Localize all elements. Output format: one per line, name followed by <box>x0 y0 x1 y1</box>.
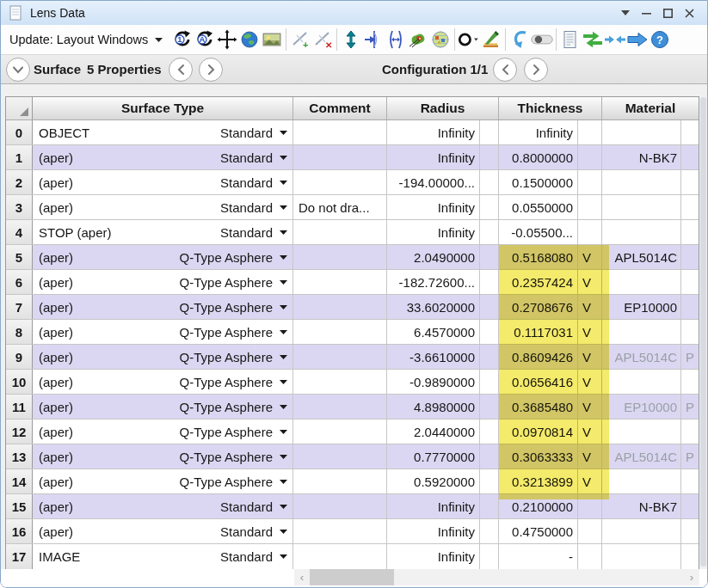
surface-type-cell[interactable]: (aper) Standard <box>33 145 293 169</box>
thickness-cell[interactable]: 0.5168080 <box>499 245 578 269</box>
thickness-cell[interactable]: 0.8609426 <box>499 345 578 369</box>
material-cell[interactable] <box>602 370 681 394</box>
material-solve-cell[interactable] <box>681 220 699 244</box>
thickness-cell[interactable]: 0.0550000 <box>499 195 578 219</box>
dropdown-arrow-icon[interactable] <box>280 181 287 185</box>
column-header-surface-type[interactable]: Surface Type <box>33 97 293 119</box>
surface-type-cell[interactable]: (aper) Standard <box>33 195 293 219</box>
thickness-solve-cell[interactable] <box>578 220 602 244</box>
radius-cell[interactable]: Infinity <box>387 544 480 569</box>
comment-cell[interactable] <box>293 420 387 444</box>
material-solve-cell[interactable]: P <box>681 345 699 369</box>
radius-cell[interactable]: -182.72600... <box>387 270 480 294</box>
comment-cell[interactable]: Do not dra... <box>293 195 387 219</box>
dropdown-arrow-icon[interactable] <box>280 355 287 359</box>
material-cell[interactable]: APL5014C <box>602 245 681 269</box>
help-icon[interactable]: ? <box>649 28 671 51</box>
next-surface-button[interactable] <box>199 58 223 82</box>
surface-type-cell[interactable]: (aper) Q-Type Asphere <box>33 420 293 444</box>
thickness-cell[interactable]: 0.3685480 <box>499 395 578 419</box>
comment-cell[interactable] <box>293 245 387 269</box>
image-icon[interactable] <box>261 28 283 51</box>
dropdown-arrow-icon[interactable] <box>280 480 287 484</box>
surface-normal-icon[interactable] <box>362 28 385 51</box>
radius-cell[interactable]: Infinity <box>387 494 480 518</box>
tilt-decenter-icon[interactable] <box>340 28 362 51</box>
dropdown-arrow-icon[interactable] <box>280 380 287 384</box>
radius-solve-cell[interactable] <box>480 170 499 194</box>
row-number[interactable]: 3 <box>6 195 33 219</box>
title-bar[interactable]: Lens Data <box>1 1 707 25</box>
surface-type-cell[interactable]: (aper) Q-Type Asphere <box>33 320 293 344</box>
material-cell[interactable] <box>602 519 681 543</box>
material-solve-cell[interactable] <box>681 420 699 444</box>
material-solve-cell[interactable] <box>681 494 699 518</box>
minimize-button[interactable] <box>636 3 657 22</box>
window-menu-button[interactable] <box>614 3 636 22</box>
thickness-cell[interactable]: 0.2708676 <box>499 295 578 319</box>
radius-cell[interactable]: Infinity <box>387 195 480 219</box>
row-number[interactable]: 14 <box>6 469 33 493</box>
dropdown-arrow-icon[interactable] <box>280 530 287 534</box>
thickness-solve-cell[interactable]: V <box>578 395 602 419</box>
surface-type-cell[interactable]: (aper) Q-Type Asphere <box>33 345 293 369</box>
dropdown-arrow-icon[interactable] <box>280 131 287 135</box>
vertical-scrollbar-thumb[interactable] <box>700 97 706 567</box>
radius-cell[interactable]: 4.8980000 <box>387 395 480 419</box>
thickness-solve-cell[interactable]: V <box>578 245 602 269</box>
comment-cell[interactable] <box>293 519 387 543</box>
comment-cell[interactable] <box>293 120 387 144</box>
delete-line-icon[interactable]: ✕ <box>311 28 334 51</box>
row-number[interactable]: 7 <box>6 295 33 319</box>
draw-brush-icon[interactable] <box>480 28 502 51</box>
row-number[interactable]: 10 <box>6 370 33 394</box>
radius-solve-cell[interactable] <box>480 494 499 518</box>
material-cell[interactable] <box>602 544 681 569</box>
aperture-icon[interactable] <box>458 28 480 51</box>
undo-arrow-icon[interactable] <box>508 28 531 51</box>
update-rotate-all-icon[interactable]: A <box>194 28 216 51</box>
globe-icon[interactable] <box>238 28 261 51</box>
material-solve-cell[interactable] <box>681 145 699 169</box>
radius-cell[interactable]: -0.9890000 <box>387 370 480 394</box>
material-cell[interactable]: EP10000 <box>602 295 681 319</box>
comment-cell[interactable] <box>293 145 387 169</box>
dropdown-arrow-icon[interactable] <box>280 156 287 160</box>
thickness-cell[interactable]: - <box>499 544 578 569</box>
column-header-comment[interactable]: Comment <box>293 97 387 119</box>
material-cell[interactable]: EP10000 <box>602 395 681 419</box>
row-number[interactable]: 2 <box>6 170 33 194</box>
thickness-solve-cell[interactable] <box>578 145 602 169</box>
surface-type-cell[interactable]: (aper) Q-Type Asphere <box>33 370 293 394</box>
comment-cell[interactable] <box>293 220 387 244</box>
comment-cell[interactable] <box>293 345 387 369</box>
material-solve-cell[interactable]: P <box>681 444 699 469</box>
surface-type-cell[interactable]: OBJECT Standard <box>33 120 293 144</box>
lens-arrows-icon[interactable] <box>385 28 407 51</box>
thickness-solve-cell[interactable] <box>578 519 602 543</box>
radius-solve-cell[interactable] <box>480 245 499 269</box>
material-solve-cell[interactable] <box>681 245 699 269</box>
radius-solve-cell[interactable] <box>480 444 499 469</box>
thickness-solve-cell[interactable]: V <box>578 295 602 319</box>
toggle-icon[interactable] <box>531 28 553 51</box>
thickness-solve-cell[interactable]: V <box>578 270 602 294</box>
radius-cell[interactable]: Infinity <box>387 519 480 543</box>
dropdown-arrow-icon[interactable] <box>280 405 287 409</box>
horizontal-scrollbar-thumb[interactable] <box>310 569 394 585</box>
material-cell[interactable] <box>602 420 681 444</box>
spot-diagram-icon[interactable] <box>407 28 429 51</box>
surface-type-cell[interactable]: (aper) Q-Type Asphere <box>33 469 293 493</box>
dropdown-arrow-icon[interactable] <box>280 280 287 285</box>
row-number[interactable]: 6 <box>6 270 33 294</box>
thickness-cell[interactable]: 0.8000000 <box>499 145 578 169</box>
radius-solve-cell[interactable] <box>480 220 499 244</box>
thickness-solve-cell[interactable]: V <box>578 469 602 493</box>
radius-solve-cell[interactable] <box>480 370 499 394</box>
thickness-cell[interactable]: 0.3213899 <box>499 469 578 493</box>
radius-solve-cell[interactable] <box>480 345 499 369</box>
radius-cell[interactable]: -3.6610000 <box>387 345 480 369</box>
radius-solve-cell[interactable] <box>480 544 499 569</box>
dropdown-arrow-icon[interactable] <box>280 230 287 235</box>
horizontal-scrollbar-track[interactable] <box>310 569 684 585</box>
